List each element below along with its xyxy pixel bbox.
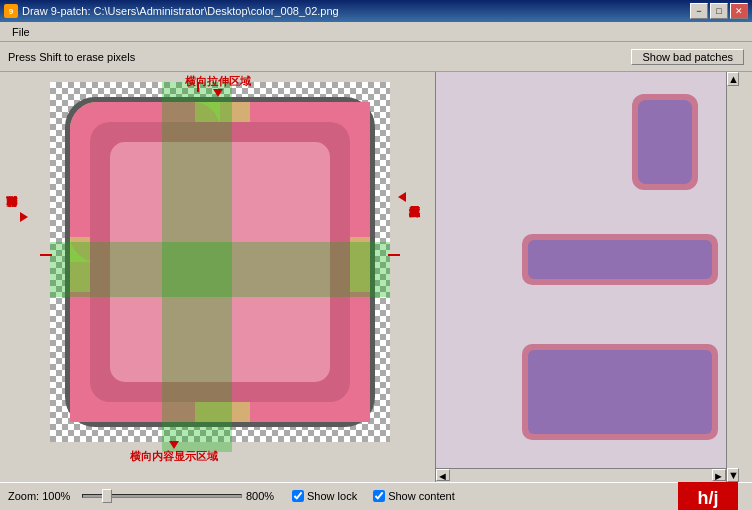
zoom-thumb[interactable] <box>102 489 112 503</box>
scroll-down-button[interactable]: ▼ <box>727 468 739 482</box>
show-content-wrap: Show content <box>373 490 455 502</box>
hint-text: Press Shift to erase pixels <box>8 51 135 63</box>
logo-text: h/j 编程网 <box>692 487 725 510</box>
menu-bar: File <box>0 22 752 42</box>
horizontal-stretch-label-group: 横向拉伸区域 <box>185 74 251 97</box>
horizontal-stretch-arrow <box>213 89 223 97</box>
preview-item-3 <box>520 342 720 442</box>
horizontal-stretch-label: 横向拉伸区域 <box>185 74 251 89</box>
horizontal-content-label-group: 横向内容显示区域 <box>130 441 218 464</box>
scroll-right-button[interactable]: ► <box>712 469 726 481</box>
status-bar: Zoom: 100% 800% Show lock Show content P… <box>0 482 752 510</box>
preview-area: ▲ ▼ ◄ ► <box>435 72 740 482</box>
title-bar: 9 Draw 9-patch: C:\Users\Administrator\D… <box>0 0 752 22</box>
show-lock-label: Show lock <box>307 490 357 502</box>
logo: h/j 编程网 <box>678 482 738 510</box>
minimize-button[interactable]: − <box>690 3 708 19</box>
close-button[interactable]: ✕ <box>730 3 748 19</box>
toolbar: Press Shift to erase pixels Show bad pat… <box>0 42 752 72</box>
zoom-slider[interactable] <box>82 489 242 503</box>
right-tick <box>388 254 400 256</box>
show-lock-checkbox[interactable] <box>292 490 304 502</box>
zoom-max: 800% <box>246 490 276 502</box>
scrollbar[interactable]: ▲ ▼ <box>726 72 740 482</box>
preview-item-2 <box>520 232 720 287</box>
bottom-scrollbar[interactable]: ◄ ► <box>436 468 726 482</box>
show-content-checkbox[interactable] <box>373 490 385 502</box>
app-icon: 9 <box>4 4 18 18</box>
scroll-left-button[interactable]: ◄ <box>436 469 450 481</box>
svg-rect-16 <box>528 350 712 434</box>
vertical-content-arrow <box>398 192 406 202</box>
show-content-label: Show content <box>388 490 455 502</box>
vertical-stretch-arrow <box>20 212 28 222</box>
horizontal-content-arrow <box>169 441 179 449</box>
window-controls: − □ ✕ <box>690 3 748 19</box>
status-row-1: Zoom: 100% 800% Show lock Show content <box>0 485 752 507</box>
zoom-track <box>82 494 242 498</box>
preview-item-1 <box>630 92 700 192</box>
vertical-stretch-label-group: 纵向拉伸区域 <box>5 212 28 222</box>
svg-rect-12 <box>638 100 692 184</box>
svg-rect-14 <box>528 240 712 279</box>
horizontal-content-label: 横向内容显示区域 <box>130 449 218 464</box>
file-menu[interactable]: File <box>6 24 36 40</box>
zoom-label: Zoom: 100% <box>8 490 78 502</box>
ninepatch-image <box>50 82 390 442</box>
svg-rect-9 <box>110 142 330 382</box>
title-text: Draw 9-patch: C:\Users\Administrator\Des… <box>22 5 339 17</box>
scroll-up-button[interactable]: ▲ <box>727 72 739 86</box>
vertical-content-label-group: 纵向内容显示区域 <box>398 192 421 202</box>
show-lock-wrap: Show lock <box>292 490 357 502</box>
canvas-area[interactable]: 横向拉伸区域 纵向拉伸区域 纵向内容显示区域 横向内容显示区域 <box>0 72 435 482</box>
maximize-button[interactable]: □ <box>710 3 728 19</box>
main-content: 横向拉伸区域 纵向拉伸区域 纵向内容显示区域 横向内容显示区域 <box>0 72 752 482</box>
left-tick <box>40 254 52 256</box>
show-bad-patches-button[interactable]: Show bad patches <box>631 49 744 65</box>
status-row-2: Patch scale: 2x 8x Show patches <box>0 507 752 511</box>
top-tick <box>197 82 199 92</box>
